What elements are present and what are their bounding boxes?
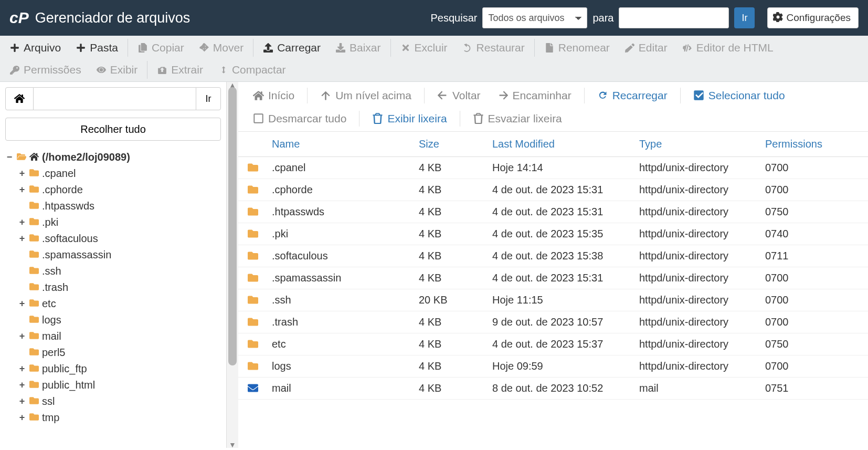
table-row[interactable]: etc 4 KB 4 de out. de 2023 15:37 httpd/u…: [238, 333, 868, 355]
html-editor-button[interactable]: Editor de HTML: [675, 37, 781, 58]
extract-button[interactable]: Extrair: [150, 59, 210, 80]
folder-icon: [29, 182, 39, 198]
expand-toggle[interactable]: [18, 312, 26, 328]
col-permissions[interactable]: Permissions: [759, 132, 868, 157]
table-row[interactable]: .spamassassin 4 KB 4 de out. de 2023 15:…: [238, 267, 868, 289]
deselect-all-button[interactable]: Desmarcar tudo: [246, 109, 354, 128]
download-button[interactable]: Baixar: [328, 37, 388, 58]
tree-node[interactable]: .spamassassin: [18, 247, 221, 263]
expand-toggle[interactable]: +: [18, 393, 26, 410]
nav-back-button[interactable]: Voltar: [430, 86, 488, 105]
expand-toggle[interactable]: +: [18, 296, 26, 312]
copy-button[interactable]: Copiar: [130, 37, 192, 58]
table-row[interactable]: .trash 4 KB 9 de out. de 2023 10:57 http…: [238, 311, 868, 333]
tree-node[interactable]: perl5: [18, 344, 221, 361]
expand-toggle[interactable]: [18, 263, 26, 279]
expand-toggle[interactable]: +: [18, 410, 26, 426]
toolbar-label: Permissões: [24, 64, 81, 76]
main-toolbar: Arquivo Pasta Copiar Mover Carregar Baix…: [0, 36, 868, 82]
path-go-button[interactable]: Ir: [196, 87, 221, 110]
tree-node[interactable]: logs: [18, 312, 221, 328]
tree-node[interactable]: .trash: [18, 279, 221, 296]
scroll-down-icon[interactable]: ▼: [227, 441, 238, 449]
nav-reload-button[interactable]: Recarregar: [590, 86, 675, 105]
nav-forward-button[interactable]: Encaminhar: [490, 86, 579, 105]
tree-node[interactable]: .ssh: [18, 263, 221, 279]
cell-permissions: 0700: [759, 157, 868, 179]
rename-button[interactable]: Renomear: [537, 37, 617, 58]
cell-permissions: 0751: [759, 378, 868, 400]
cell-size: 4 KB: [412, 179, 486, 201]
table-row[interactable]: .ssh 20 KB Hoje 11:15 httpd/unix-directo…: [238, 289, 868, 311]
view-trash-button[interactable]: Exibir lixeira: [365, 109, 454, 128]
tree-node[interactable]: + mail: [18, 328, 221, 344]
scroll-thumb[interactable]: [228, 87, 237, 365]
search-scope-select[interactable]: Todos os arquivos: [482, 7, 587, 28]
tree-node[interactable]: + ssl: [18, 393, 221, 410]
tree-node-label: .spamassassin: [42, 247, 111, 263]
vertical-scrollbar[interactable]: ▲ ▼: [227, 82, 238, 448]
table-row[interactable]: .softaculous 4 KB 4 de out. de 2023 15:3…: [238, 245, 868, 267]
empty-trash-button[interactable]: Esvaziar lixeira: [465, 109, 569, 128]
folder-tree: − (/home2/loj09089) + .cpanel + .cphorde…: [5, 149, 221, 426]
expand-toggle[interactable]: [18, 198, 26, 214]
new-file-button[interactable]: Arquivo: [2, 37, 68, 58]
cell-modified: 4 de out. de 2023 15:31: [486, 201, 633, 223]
collapse-toggle[interactable]: −: [5, 149, 14, 165]
tree-node[interactable]: + etc: [18, 296, 221, 312]
upload-button[interactable]: Carregar: [256, 37, 328, 58]
edit-button[interactable]: Editar: [617, 37, 675, 58]
settings-button[interactable]: Configurações: [767, 7, 859, 28]
expand-toggle[interactable]: +: [18, 361, 26, 377]
search-go-button[interactable]: Ir: [734, 7, 755, 28]
search-input[interactable]: [619, 7, 729, 28]
tree-node[interactable]: + .cpanel: [18, 165, 221, 182]
expand-toggle[interactable]: +: [18, 165, 26, 182]
nav-home-button[interactable]: Início: [246, 86, 302, 105]
table-row[interactable]: .htpasswds 4 KB 4 de out. de 2023 15:31 …: [238, 201, 868, 223]
delete-button[interactable]: Excluir: [393, 37, 455, 58]
expand-toggle[interactable]: [18, 247, 26, 263]
view-button[interactable]: Exibir: [89, 59, 145, 80]
pencil-icon: [624, 43, 635, 53]
expand-toggle[interactable]: [18, 344, 26, 361]
home-icon: [29, 149, 39, 165]
table-row[interactable]: logs 4 KB Hoje 09:59 httpd/unix-director…: [238, 355, 868, 378]
path-home-button[interactable]: [5, 87, 34, 110]
tree-node[interactable]: + public_html: [18, 377, 221, 393]
expand-toggle[interactable]: +: [18, 182, 26, 198]
table-row[interactable]: .cpanel 4 KB Hoje 14:14 httpd/unix-direc…: [238, 157, 868, 179]
table-row[interactable]: .cphorde 4 KB 4 de out. de 2023 15:31 ht…: [238, 179, 868, 201]
col-size[interactable]: Size: [412, 132, 486, 157]
cell-permissions: 0740: [759, 223, 868, 245]
nav-up-button[interactable]: Um nível acima: [313, 86, 419, 105]
tree-node[interactable]: + .cphorde: [18, 182, 221, 198]
tree-node[interactable]: + tmp: [18, 410, 221, 426]
table-row[interactable]: .pki 4 KB 4 de out. de 2023 15:35 httpd/…: [238, 223, 868, 245]
col-type[interactable]: Type: [633, 132, 759, 157]
cell-name: .htpasswds: [266, 201, 412, 223]
tree-node[interactable]: .htpasswds: [18, 198, 221, 214]
col-modified[interactable]: Last Modified: [486, 132, 633, 157]
select-all-button[interactable]: Selecionar tudo: [686, 86, 792, 105]
tree-node[interactable]: + .softaculous: [18, 231, 221, 247]
toolbar-label: Pasta: [90, 41, 118, 54]
tree-node[interactable]: + .pki: [18, 214, 221, 231]
move-button[interactable]: Mover: [192, 37, 251, 58]
expand-toggle[interactable]: +: [18, 328, 26, 344]
permissions-button[interactable]: Permissões: [2, 59, 89, 80]
expand-toggle[interactable]: +: [18, 214, 26, 231]
expand-toggle[interactable]: +: [18, 377, 26, 393]
expand-toggle[interactable]: [18, 279, 26, 296]
collapse-all-button[interactable]: Recolher tudo: [5, 118, 221, 141]
table-row[interactable]: mail 4 KB 8 de out. de 2023 10:52 mail 0…: [238, 378, 868, 400]
tree-root-node[interactable]: − (/home2/loj09089): [5, 149, 221, 165]
compress-button[interactable]: Compactar: [210, 59, 293, 80]
restore-button[interactable]: Restaurar: [455, 37, 532, 58]
tree-node[interactable]: + public_ftp: [18, 361, 221, 377]
toolbar-label: Excluir: [415, 41, 448, 54]
col-name[interactable]: Name: [266, 132, 412, 157]
path-input[interactable]: [34, 87, 196, 110]
new-folder-button[interactable]: Pasta: [68, 37, 125, 58]
expand-toggle[interactable]: +: [18, 231, 26, 247]
